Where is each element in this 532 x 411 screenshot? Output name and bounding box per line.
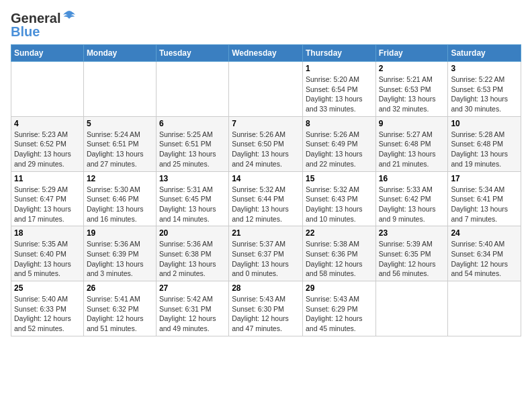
day-number: 23 <box>379 228 445 238</box>
weekday-header: Monday <box>83 45 156 62</box>
calendar-cell: 24Sunrise: 5:40 AM Sunset: 6:34 PM Dayli… <box>448 226 521 281</box>
day-info: Sunrise: 5:27 AM Sunset: 6:48 PM Dayligh… <box>379 130 445 169</box>
calendar-cell: 6Sunrise: 5:25 AM Sunset: 6:51 PM Daylig… <box>156 116 228 171</box>
day-number: 15 <box>306 174 373 183</box>
day-number: 4 <box>14 119 81 128</box>
day-number: 1 <box>306 64 373 73</box>
calendar-cell: 9Sunrise: 5:27 AM Sunset: 6:48 PM Daylig… <box>375 116 448 171</box>
calendar-table: SundayMondayTuesdayWednesdayThursdayFrid… <box>11 44 521 336</box>
day-info: Sunrise: 5:34 AM Sunset: 6:41 PM Dayligh… <box>451 185 518 224</box>
calendar-cell: 3Sunrise: 5:22 AM Sunset: 6:53 PM Daylig… <box>448 62 521 117</box>
day-number: 2 <box>379 64 445 73</box>
calendar-cell: 7Sunrise: 5:26 AM Sunset: 6:50 PM Daylig… <box>229 116 303 171</box>
day-info: Sunrise: 5:43 AM Sunset: 6:29 PM Dayligh… <box>306 294 373 334</box>
day-info: Sunrise: 5:40 AM Sunset: 6:33 PM Dayligh… <box>14 294 81 334</box>
day-info: Sunrise: 5:35 AM Sunset: 6:40 PM Dayligh… <box>14 239 81 279</box>
calendar-cell: 8Sunrise: 5:26 AM Sunset: 6:49 PM Daylig… <box>302 116 375 171</box>
day-info: Sunrise: 5:38 AM Sunset: 6:36 PM Dayligh… <box>306 239 373 279</box>
day-number: 7 <box>232 119 300 128</box>
day-info: Sunrise: 5:26 AM Sunset: 6:49 PM Dayligh… <box>306 130 373 169</box>
day-info: Sunrise: 5:30 AM Sunset: 6:46 PM Dayligh… <box>87 185 153 224</box>
day-number: 25 <box>14 283 81 293</box>
day-number: 29 <box>306 283 373 293</box>
day-info: Sunrise: 5:33 AM Sunset: 6:42 PM Dayligh… <box>379 185 445 224</box>
day-info: Sunrise: 5:32 AM Sunset: 6:43 PM Dayligh… <box>306 185 373 224</box>
day-info: Sunrise: 5:37 AM Sunset: 6:37 PM Dayligh… <box>232 239 300 279</box>
day-number: 18 <box>14 228 81 238</box>
calendar-cell <box>156 62 228 117</box>
day-info: Sunrise: 5:22 AM Sunset: 6:53 PM Dayligh… <box>451 75 518 114</box>
day-number: 16 <box>379 174 445 183</box>
calendar-cell <box>83 62 156 117</box>
day-info: Sunrise: 5:36 AM Sunset: 6:39 PM Dayligh… <box>87 239 153 279</box>
day-info: Sunrise: 5:28 AM Sunset: 6:48 PM Dayligh… <box>451 130 518 169</box>
calendar-cell: 5Sunrise: 5:24 AM Sunset: 6:51 PM Daylig… <box>83 116 156 171</box>
weekday-header: Tuesday <box>156 45 228 62</box>
calendar-cell: 10Sunrise: 5:28 AM Sunset: 6:48 PM Dayli… <box>448 116 521 171</box>
weekday-header: Friday <box>375 45 448 62</box>
day-number: 19 <box>87 228 153 238</box>
day-number: 12 <box>87 174 153 183</box>
calendar-cell: 22Sunrise: 5:38 AM Sunset: 6:36 PM Dayli… <box>302 226 375 281</box>
day-number: 3 <box>451 64 518 73</box>
calendar-cell: 12Sunrise: 5:30 AM Sunset: 6:46 PM Dayli… <box>83 171 156 226</box>
calendar-cell: 13Sunrise: 5:31 AM Sunset: 6:45 PM Dayli… <box>156 171 228 226</box>
day-number: 26 <box>87 283 153 293</box>
calendar-week-row: 1Sunrise: 5:20 AM Sunset: 6:54 PM Daylig… <box>11 62 521 117</box>
weekday-header: Sunday <box>11 45 84 62</box>
day-number: 17 <box>451 174 518 183</box>
day-info: Sunrise: 5:40 AM Sunset: 6:34 PM Dayligh… <box>451 239 518 279</box>
day-info: Sunrise: 5:29 AM Sunset: 6:47 PM Dayligh… <box>14 185 81 224</box>
day-info: Sunrise: 5:23 AM Sunset: 6:52 PM Dayligh… <box>14 130 81 169</box>
day-info: Sunrise: 5:20 AM Sunset: 6:54 PM Dayligh… <box>306 75 373 114</box>
day-info: Sunrise: 5:26 AM Sunset: 6:50 PM Dayligh… <box>232 130 300 169</box>
day-info: Sunrise: 5:25 AM Sunset: 6:51 PM Dayligh… <box>159 130 226 169</box>
calendar-cell: 17Sunrise: 5:34 AM Sunset: 6:41 PM Dayli… <box>448 171 521 226</box>
logo-text-line1: General <box>11 11 60 26</box>
calendar-cell: 14Sunrise: 5:32 AM Sunset: 6:44 PM Dayli… <box>229 171 303 226</box>
calendar-cell: 1Sunrise: 5:20 AM Sunset: 6:54 PM Daylig… <box>302 62 375 117</box>
calendar-cell <box>11 62 84 117</box>
calendar-week-row: 25Sunrise: 5:40 AM Sunset: 6:33 PM Dayli… <box>11 281 521 336</box>
day-number: 9 <box>379 119 445 128</box>
day-info: Sunrise: 5:42 AM Sunset: 6:31 PM Dayligh… <box>159 294 226 334</box>
calendar-cell: 23Sunrise: 5:39 AM Sunset: 6:35 PM Dayli… <box>375 226 448 281</box>
calendar-cell <box>375 281 448 336</box>
calendar-cell: 25Sunrise: 5:40 AM Sunset: 6:33 PM Dayli… <box>11 281 84 336</box>
weekday-header: Wednesday <box>229 45 303 62</box>
calendar-cell: 16Sunrise: 5:33 AM Sunset: 6:42 PM Dayli… <box>375 171 448 226</box>
logo-bird-icon <box>62 9 77 24</box>
calendar-week-row: 18Sunrise: 5:35 AM Sunset: 6:40 PM Dayli… <box>11 226 521 281</box>
day-info: Sunrise: 5:31 AM Sunset: 6:45 PM Dayligh… <box>159 185 226 224</box>
calendar-cell: 11Sunrise: 5:29 AM Sunset: 6:47 PM Dayli… <box>11 171 84 226</box>
calendar-week-row: 11Sunrise: 5:29 AM Sunset: 6:47 PM Dayli… <box>11 171 521 226</box>
weekday-header: Thursday <box>302 45 375 62</box>
day-number: 20 <box>159 228 226 238</box>
calendar-cell: 18Sunrise: 5:35 AM Sunset: 6:40 PM Dayli… <box>11 226 84 281</box>
day-number: 14 <box>232 174 300 183</box>
day-info: Sunrise: 5:32 AM Sunset: 6:44 PM Dayligh… <box>232 185 300 224</box>
day-number: 6 <box>159 119 226 128</box>
calendar-cell: 21Sunrise: 5:37 AM Sunset: 6:37 PM Dayli… <box>229 226 303 281</box>
day-number: 5 <box>87 119 153 128</box>
calendar-week-row: 4Sunrise: 5:23 AM Sunset: 6:52 PM Daylig… <box>11 116 521 171</box>
day-number: 22 <box>306 228 373 238</box>
weekday-header: Saturday <box>448 45 521 62</box>
calendar-header: SundayMondayTuesdayWednesdayThursdayFrid… <box>11 45 521 62</box>
calendar-cell: 15Sunrise: 5:32 AM Sunset: 6:43 PM Dayli… <box>302 171 375 226</box>
day-info: Sunrise: 5:39 AM Sunset: 6:35 PM Dayligh… <box>379 239 445 279</box>
calendar-cell: 27Sunrise: 5:42 AM Sunset: 6:31 PM Dayli… <box>156 281 228 336</box>
calendar-cell: 26Sunrise: 5:41 AM Sunset: 6:32 PM Dayli… <box>83 281 156 336</box>
day-number: 27 <box>159 283 226 293</box>
logo-text-line2: Blue <box>11 24 40 39</box>
day-info: Sunrise: 5:43 AM Sunset: 6:30 PM Dayligh… <box>232 294 300 334</box>
calendar-cell: 2Sunrise: 5:21 AM Sunset: 6:53 PM Daylig… <box>375 62 448 117</box>
calendar-cell <box>229 62 303 117</box>
day-info: Sunrise: 5:24 AM Sunset: 6:51 PM Dayligh… <box>87 130 153 169</box>
calendar-cell: 4Sunrise: 5:23 AM Sunset: 6:52 PM Daylig… <box>11 116 84 171</box>
calendar-cell: 29Sunrise: 5:43 AM Sunset: 6:29 PM Dayli… <box>302 281 375 336</box>
day-info: Sunrise: 5:36 AM Sunset: 6:38 PM Dayligh… <box>159 239 226 279</box>
calendar-cell <box>448 281 521 336</box>
calendar-cell: 20Sunrise: 5:36 AM Sunset: 6:38 PM Dayli… <box>156 226 228 281</box>
day-number: 10 <box>451 119 518 128</box>
